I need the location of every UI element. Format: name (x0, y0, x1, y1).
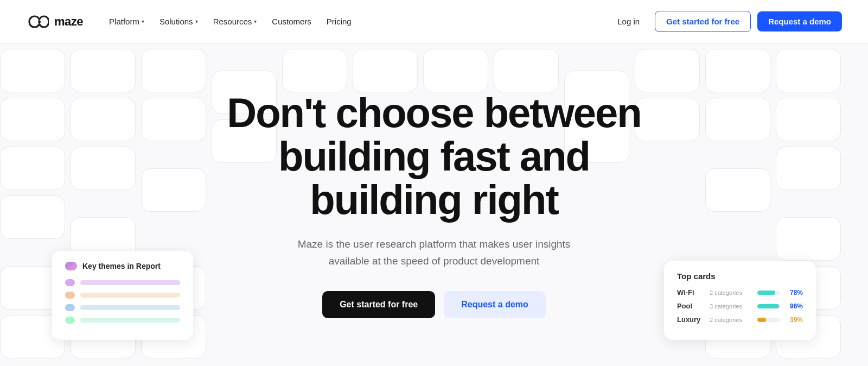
theme-bar (80, 280, 180, 285)
request-demo-button[interactable]: Request a demo (757, 11, 842, 31)
top-card-bar-fill (757, 318, 766, 322)
nav-right: Log in Get started for free Request a de… (609, 11, 842, 32)
hero-buttons: Get started for free Request a demo (322, 291, 546, 318)
hero-request-demo-button[interactable]: Request a demo (444, 291, 546, 318)
hero-get-started-button[interactable]: Get started for free (322, 291, 435, 318)
theme-bar (80, 293, 180, 298)
theme-row-1 (65, 279, 180, 286)
nav-solutions[interactable]: Solutions ▾ (153, 12, 205, 30)
nav-resources[interactable]: Resources ▾ (207, 12, 264, 30)
theme-dot (65, 279, 75, 286)
top-card-row-wifi: Wi-Fi 2 categories 78% (677, 288, 803, 296)
top-card-bar-fill (757, 291, 775, 295)
themes-card: Key themes in Report (52, 251, 193, 340)
top-card-bar-fill (757, 304, 779, 308)
top-card-label: Wi-Fi (677, 288, 705, 296)
top-card-label: Luxury (677, 315, 705, 324)
theme-dot (65, 317, 75, 324)
chevron-down-icon: ▾ (142, 18, 144, 24)
nav-left: maze Platform ▾ Solutions ▾ Resources ▾ … (26, 12, 358, 30)
nav-links: Platform ▾ Solutions ▾ Resources ▾ Custo… (103, 12, 358, 30)
top-card-label: Pool (677, 302, 705, 310)
top-card-categories: 2 categories (710, 289, 753, 296)
nav-pricing[interactable]: Pricing (320, 12, 358, 30)
theme-row-2 (65, 292, 180, 299)
theme-row-4 (65, 317, 180, 324)
themes-card-header: Key themes in Report (65, 262, 180, 270)
theme-bar (80, 318, 180, 323)
top-card-pct: 39% (784, 316, 803, 324)
top-card-pct: 78% (784, 289, 803, 296)
get-started-free-button[interactable]: Get started for free (655, 11, 751, 32)
chevron-down-icon: ▾ (195, 18, 198, 24)
hero-subtitle: Maze is the user research platform that … (293, 236, 575, 269)
top-card-row-pool: Pool 3 categories 96% (677, 302, 803, 310)
hero-title: Don't choose between building fast and b… (212, 91, 656, 221)
maze-logo-icon (26, 14, 49, 29)
top-card-bar-bg (757, 318, 780, 322)
themes-icon (65, 262, 77, 270)
top-card-bar-bg (757, 304, 780, 308)
top-card-bar-bg (757, 291, 780, 295)
nav-customers[interactable]: Customers (265, 12, 318, 30)
top-card-categories: 2 categories (710, 317, 753, 323)
top-cards-title: Top cards (677, 272, 803, 281)
top-card-pct: 96% (784, 302, 803, 310)
nav-platform[interactable]: Platform ▾ (103, 12, 151, 30)
navbar: maze Platform ▾ Solutions ▾ Resources ▾ … (0, 0, 868, 43)
chevron-down-icon: ▾ (254, 18, 257, 24)
top-card-categories: 3 categories (710, 303, 753, 310)
logo-text: maze (54, 15, 83, 29)
theme-dot (65, 304, 75, 311)
theme-bar (80, 305, 180, 310)
login-button[interactable]: Log in (609, 11, 648, 31)
top-card-row-luxury: Luxury 2 categories 39% (677, 315, 803, 324)
top-cards-card: Top cards Wi-Fi 2 categories 78% Pool 3 … (664, 261, 816, 340)
logo[interactable]: maze (26, 14, 83, 29)
theme-dot (65, 292, 75, 299)
themes-card-title: Key themes in Report (82, 262, 161, 270)
theme-row-3 (65, 304, 180, 311)
hero-section: Don't choose between building fast and b… (0, 43, 868, 366)
svg-point-0 (38, 20, 41, 23)
